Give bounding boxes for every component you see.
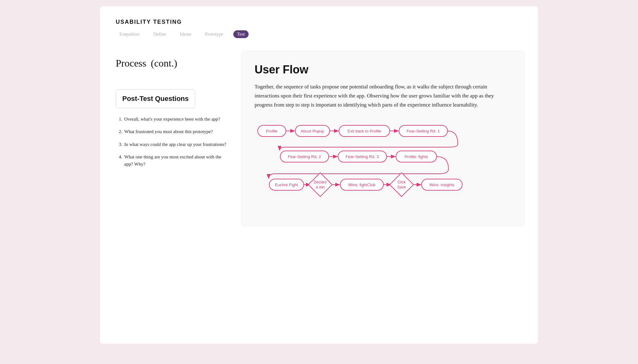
svg-text:Profile: Profile xyxy=(266,129,278,133)
post-test-title: Post-Test Questions xyxy=(122,95,189,103)
flowchart-svg: Profile About Popup Exit back to Profile xyxy=(255,122,511,213)
user-flow-title: User Flow xyxy=(255,63,511,76)
question-3: 3. In what ways could the app clear up y… xyxy=(119,141,228,148)
tab-define[interactable]: Define xyxy=(149,30,170,38)
main-container: USABILITY TESTING Empathize Define Ideat… xyxy=(100,6,538,344)
question-2: 2. What frustrated you most about this p… xyxy=(119,128,228,135)
svg-text:Fear-Setting Rd. 2: Fear-Setting Rd. 2 xyxy=(288,154,321,159)
question-4: 4. What one thing are you most excited a… xyxy=(119,153,228,167)
svg-text:Click: Click xyxy=(397,180,406,184)
nav-tabs: Empathize Define Ideate Prototype Test xyxy=(116,30,522,38)
svg-text:a win: a win xyxy=(316,185,325,189)
left-panel: Process (cont.) Post-Test Questions 1. O… xyxy=(116,51,241,227)
svg-text:Euchre Fight: Euchre Fight xyxy=(275,182,298,187)
right-panel: User Flow Together, the sequence of task… xyxy=(241,51,525,227)
svg-text:Exit back to Profile: Exit back to Profile xyxy=(347,129,381,133)
svg-marker-23 xyxy=(308,173,332,197)
post-test-box: Post-Test Questions xyxy=(116,89,195,108)
tab-ideate[interactable]: Ideate xyxy=(176,30,195,38)
tab-test[interactable]: Test xyxy=(233,30,249,38)
svg-text:Wins: insights: Wins: insights xyxy=(429,182,455,187)
svg-text:About Popup: About Popup xyxy=(301,129,324,133)
svg-text:Fear-Setting Rd. 1: Fear-Setting Rd. 1 xyxy=(407,129,440,133)
app-title: USABILITY TESTING xyxy=(116,19,522,25)
tab-prototype[interactable]: Prototype xyxy=(201,30,227,38)
svg-text:Profile: fights: Profile: fights xyxy=(404,154,428,159)
svg-text:Declare: Declare xyxy=(314,180,327,184)
flowchart: Profile About Popup Exit back to Profile xyxy=(255,122,511,214)
svg-text:Save: Save xyxy=(397,185,406,189)
svg-marker-30 xyxy=(390,173,413,197)
question-1: 1. Overall, what's your experience been … xyxy=(119,116,228,123)
process-title-cont: (cont.) xyxy=(151,57,177,69)
process-title-main: Process xyxy=(116,57,146,69)
main-layout: Process (cont.) Post-Test Questions 1. O… xyxy=(116,51,522,227)
svg-text:Wins: fightClub: Wins: fightClub xyxy=(348,182,375,187)
svg-text:Fear-Setting Rd. 3: Fear-Setting Rd. 3 xyxy=(346,154,379,159)
process-title: Process (cont.) xyxy=(116,51,228,71)
user-flow-description: Together, the sequence of tasks propose … xyxy=(255,82,511,110)
tab-empathize[interactable]: Empathize xyxy=(116,30,143,38)
questions-list: 1. Overall, what's your experience been … xyxy=(116,116,228,168)
